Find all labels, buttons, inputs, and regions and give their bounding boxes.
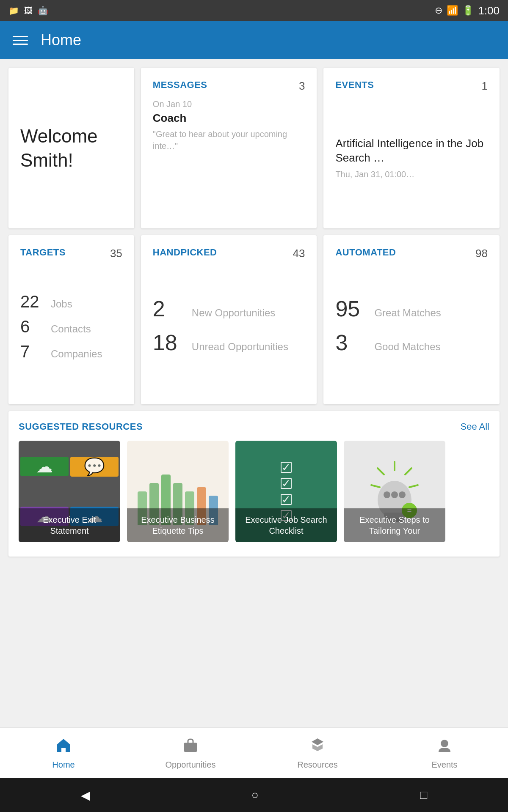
top-navigation: Home — [0, 21, 508, 59]
cloud-icon-1: ☁ — [36, 457, 53, 476]
handpicked-unread-row: 18 Unread Opportunities — [153, 330, 305, 355]
opportunities-icon — [182, 737, 199, 757]
events-nav-icon — [436, 737, 453, 757]
exit-q1: ☁ — [20, 457, 69, 476]
handpicked-count: 43 — [293, 247, 305, 260]
resource-card-checklist[interactable]: ✓ ✓ ✓ ✓ Executive Job Search Checklist — [235, 441, 337, 542]
messages-count: 3 — [299, 80, 305, 93]
status-bar: 📁 🖼 🤖 ⊖ 📶 🔋 1:00 — [0, 0, 508, 21]
page-title: Home — [41, 31, 81, 49]
handpicked-card[interactable]: HANDPICKED 43 2 New Opportunities 18 Unr… — [141, 235, 317, 404]
targets-contacts-label: Contacts — [51, 323, 91, 335]
suggested-resources-section: SUGGESTED RESOURCES See All ☁ 💬 ☁ — [8, 411, 500, 557]
handpicked-new-label: New Opportunities — [192, 306, 275, 319]
svg-line-4 — [405, 468, 411, 475]
see-all-link[interactable]: See All — [461, 421, 490, 432]
events-card[interactable]: EVENTS 1 Artificial Intelligence in the … — [323, 68, 500, 228]
bottom-card-grid: TARGETS 35 22 Jobs 6 Contacts 7 Companie… — [8, 235, 500, 404]
message-date: On Jan 10 — [153, 99, 305, 109]
exit-q2: 💬 — [70, 457, 119, 477]
check-item-1: ✓ — [281, 462, 292, 473]
nav-opportunities-label: Opportunities — [166, 760, 216, 770]
do-not-disturb-icon: ⊖ — [435, 5, 442, 16]
automated-title: AUTOMATED — [335, 247, 396, 258]
time-display: 1:00 — [478, 4, 500, 17]
event-date: Thu, Jan 31, 01:00… — [335, 170, 488, 179]
targets-companies-label: Companies — [51, 348, 102, 360]
message-sender: Coach — [153, 112, 305, 125]
automated-header: AUTOMATED 98 — [335, 247, 488, 260]
handpicked-unread-label: Unread Opportunities — [192, 340, 288, 353]
automated-card[interactable]: AUTOMATED 98 95 Great Matches 3 Good Mat… — [323, 235, 500, 404]
events-header: EVENTS 1 — [335, 80, 488, 93]
resources-icon — [309, 737, 326, 757]
targets-title: TARGETS — [20, 247, 66, 258]
automated-good-row: 3 Good Matches — [335, 330, 488, 355]
automated-good-label: Good Matches — [374, 340, 440, 353]
battery-icon: 🔋 — [462, 5, 474, 16]
event-title: Artificial Intelligence in the Job Searc… — [335, 137, 488, 165]
svg-line-7 — [371, 485, 380, 487]
automated-count: 98 — [475, 247, 488, 260]
status-bar-left: 📁 🖼 🤖 — [8, 5, 48, 16]
resource-card-steps[interactable]: = Executive Steps to Tailoring Your — [344, 441, 445, 542]
messages-card[interactable]: MESSAGES 3 On Jan 10 Coach "Great to hea… — [141, 68, 317, 228]
targets-count: 35 — [110, 247, 122, 260]
wifi-icon: 📶 — [447, 5, 458, 16]
resources-title: SUGGESTED RESOURCES — [19, 421, 143, 432]
resource-card-business[interactable]: Executive Business Etiquette Tips — [127, 441, 229, 542]
nav-item-events[interactable]: Events — [406, 737, 483, 770]
resources-header: SUGGESTED RESOURCES See All — [19, 421, 489, 432]
targets-companies-number: 7 — [20, 342, 46, 361]
hamburger-line-3 — [13, 44, 28, 45]
svg-point-8 — [384, 491, 390, 498]
nav-item-opportunities[interactable]: Opportunities — [152, 737, 229, 770]
check-box-2: ✓ — [281, 478, 292, 489]
steps-label: Executive Steps to Tailoring Your — [344, 508, 445, 542]
automated-great-number: 95 — [335, 296, 369, 321]
nav-resources-label: Resources — [297, 760, 338, 770]
events-count: 1 — [482, 80, 488, 93]
nav-item-home[interactable]: Home — [25, 737, 102, 770]
svg-point-10 — [399, 491, 406, 498]
android-home-button[interactable]: ○ — [251, 788, 259, 802]
app-icon-2: 🖼 — [24, 6, 33, 16]
handpicked-header: HANDPICKED 43 — [153, 247, 305, 260]
android-recent-button[interactable]: □ — [420, 788, 427, 802]
welcome-card: Welcome Smith! — [8, 68, 134, 228]
app-icon-3: 🤖 — [38, 5, 48, 16]
resource-card-exit[interactable]: ☁ 💬 ☁ ☁ Executive Exit Statement — [19, 441, 120, 542]
welcome-message: Welcome Smith! — [20, 124, 122, 172]
resources-scroll-container[interactable]: ☁ 💬 ☁ ☁ Executive Exit Statement — [19, 441, 489, 546]
business-label: Executive Business Etiquette Tips — [127, 508, 229, 542]
targets-contacts-number: 6 — [20, 317, 46, 336]
messages-title: MESSAGES — [153, 80, 207, 91]
svg-point-9 — [391, 491, 398, 498]
message-preview: "Great to hear about your upcoming inte…… — [153, 128, 305, 152]
svg-line-6 — [378, 468, 384, 475]
targets-card[interactable]: TARGETS 35 22 Jobs 6 Contacts 7 Companie… — [8, 235, 134, 404]
check-item-3: ✓ — [281, 494, 292, 505]
messages-header: MESSAGES 3 — [153, 80, 305, 93]
svg-point-14 — [441, 740, 448, 747]
exit-label: Executive Exit Statement — [19, 508, 120, 542]
home-icon — [55, 737, 72, 757]
svg-line-5 — [409, 485, 418, 487]
check-item-2: ✓ — [281, 478, 292, 489]
android-navigation-bar: ◀ ○ □ — [0, 778, 508, 812]
hamburger-menu[interactable] — [13, 36, 28, 45]
app-icon-1: 📁 — [8, 5, 19, 16]
top-card-grid: Welcome Smith! MESSAGES 3 On Jan 10 Coac… — [8, 68, 500, 228]
automated-great-label: Great Matches — [374, 306, 441, 319]
hamburger-line-1 — [13, 36, 28, 37]
handpicked-title: HANDPICKED — [153, 247, 217, 258]
nav-events-label: Events — [431, 760, 457, 770]
targets-jobs-label: Jobs — [51, 298, 72, 310]
checklist-label: Executive Job Search Checklist — [235, 508, 337, 542]
events-title: EVENTS — [335, 80, 374, 91]
svg-rect-13 — [184, 743, 197, 752]
android-back-button[interactable]: ◀ — [81, 788, 90, 802]
check-box-1: ✓ — [281, 462, 292, 473]
targets-companies-row: 7 Companies — [20, 342, 122, 361]
nav-item-resources[interactable]: Resources — [279, 737, 356, 770]
